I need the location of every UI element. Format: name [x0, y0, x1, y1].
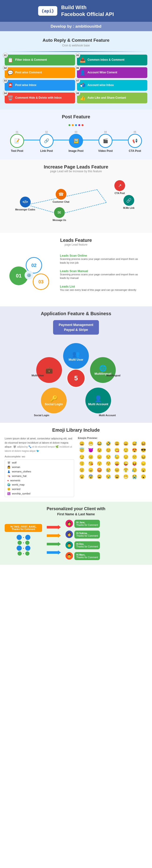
leads-circles-visual: 01 02 03 ⚙️: [7, 252, 54, 299]
increase-leads-diagram: </> Messenger Codes ☎ Customer Chat ↗ CT…: [8, 177, 144, 228]
dna-circle-4b: [25, 551, 30, 556]
dna-dot-1: [23, 537, 24, 538]
arrow-2: [47, 534, 61, 538]
autocomplete-dot-5: ●: [7, 479, 9, 482]
svg-line-4: [97, 190, 106, 203]
person-icon-1: 👩: [66, 520, 73, 527]
leads-detail-1: Leads Scan Online Scanning process scans…: [58, 252, 145, 266]
step-icon-4: 🎬: [99, 134, 112, 148]
payment-box: Payment Management Paypal & Stripe: [53, 320, 99, 335]
feature-item-5: 05 📥 Common inbox & Comment: [77, 55, 147, 65]
autocomplete-emoji-8: 🛐: [7, 492, 10, 495]
dna-visual: [16, 535, 30, 556]
post-feature-title: Post Feature: [2, 114, 150, 120]
leads-detail-title-3: Leads List: [60, 285, 143, 288]
api-logo: {api}: [38, 6, 57, 16]
person-icon-3: 👨: [66, 541, 73, 549]
feature-num-8: 08: [75, 91, 80, 96]
personalize-subtitle: First Name & Last Name: [5, 512, 147, 516]
dna-circle-1a: [16, 535, 22, 540]
personalize-section: Personalized your Client with First Name…: [0, 502, 152, 565]
feature-icon-1: 📋: [7, 57, 13, 63]
autocomplete-text-7: worried: [12, 488, 20, 491]
step-label-02: 02: [45, 131, 48, 133]
autocomplete-item-7[interactable]: 😟 worried: [6, 487, 73, 491]
step-name-5: CTA Post: [129, 149, 141, 153]
template-text: Hi TAKE_FIRST_NAME, Thanks for Comment: [5, 524, 42, 532]
feature-num-7: 07: [75, 78, 80, 83]
feature-label-4: Comment Hide & Delete with Inbox: [15, 96, 62, 100]
petal-label-social-login: Social Login: [45, 402, 63, 406]
chat-bubbles: 👩 Hi Jane, Thanks for Comment 👩 Hi Sokin…: [66, 520, 147, 560]
dna-circle-3a: [16, 546, 22, 551]
chat-name-4: Hi Marc,: [76, 554, 98, 556]
autocomplete-item-1[interactable]: 🐺 wolf: [6, 461, 73, 465]
step-label-04: 04: [104, 131, 107, 133]
leads-detail-2: Leads Scan Manual Scanning process scans…: [58, 268, 145, 281]
node-messenger: </> Messenger Codes: [15, 196, 35, 211]
person-icon-2: 👩: [66, 531, 73, 538]
emoji-right: Emojis Preview: 😀😁😂🤣 😃😄😅😆 😇😈😉😊 😋😌😍😎 😏😐😑😒…: [78, 437, 147, 497]
leads-content: 01 02 03 ⚙️ Leads Scan Online Scanning p…: [5, 250, 147, 302]
node-icon-mme: 🔗: [123, 195, 134, 206]
autocomplete-item-6[interactable]: 🌍 world_map: [6, 483, 73, 487]
autocomplete-item-3[interactable]: 👗 womans_clothes: [6, 469, 73, 474]
petal-multi-user: 👥 Multi User: [63, 343, 89, 369]
template-visual: Hi TAKE_FIRST_NAME, Thanks for Comment: [5, 524, 42, 556]
subheader: Develop by : ambitiousitbd: [0, 22, 152, 31]
petal-icon-5: 💼: [45, 367, 53, 374]
feature-icon-3: 📮: [7, 82, 13, 88]
label-multilingual: Multilingual: [106, 374, 120, 377]
app-feature-title: Application Feature & Business: [5, 311, 147, 316]
timeline-item-2: 02 🔗 Link Post: [32, 131, 61, 153]
feature-label-3: Post wise Inbox: [15, 84, 36, 87]
chat-person-4: 👨 Hi Marc, Thanks for Comment: [66, 552, 147, 560]
leads-details: Leads Scan Online Scanning process scans…: [58, 252, 145, 299]
leads-detail-title-1: Leads Scan Online: [60, 254, 143, 257]
autocomplete-text-4: womans_hat: [12, 474, 27, 477]
autocomplete-item-5[interactable]: ● womenis: [6, 478, 73, 483]
feature-num-3: 03: [3, 78, 8, 83]
autocomplete-item-8[interactable]: 🛐 worship_symbol: [6, 491, 73, 496]
leads-detail-text-2: Scanning process scans your page convers…: [60, 273, 143, 280]
autocomplete-emoji-1: 🐺: [7, 461, 10, 464]
feature-item-1: 01 📋 Filter inbox & Comment: [5, 55, 75, 65]
emoji-grid: 😀😁😂🤣 😃😄😅😆 😇😈😉😊 😋😌😍😎 😏😐😑😒 😓😔😕😖 😗😘😙😚 😛😜😝😞 …: [78, 441, 147, 480]
personalize-content: Hi TAKE_FIRST_NAME, Thanks for Comment: [5, 520, 147, 560]
autocomplete-item-2[interactable]: 👩 woman: [6, 465, 73, 469]
header: {api} Build With Facebook Official API: [0, 0, 152, 22]
feature-item-2: 02 💬 Post wise Comment: [5, 67, 75, 78]
node-label-message: Message Us: [52, 219, 66, 221]
timeline-item-3: 03 🖼️ Image Post: [61, 131, 91, 153]
leads-detail-text-3: You can see every lead of this page and …: [60, 288, 143, 292]
autocomplete-text-2: woman: [12, 466, 20, 468]
feature-label-6: Account Wise Coment: [87, 71, 117, 74]
payment-management: Payment Management Paypal & Stripe: [5, 320, 147, 335]
feature-grid: 01 📋 Filter inbox & Comment 05 📥 Common …: [0, 53, 152, 107]
autocomplete-item-4[interactable]: 👒 womans_hat: [6, 474, 73, 478]
node-label-messenger: Messenger Codes: [15, 208, 35, 211]
petal-icon-multi-user: 👥: [72, 350, 80, 358]
dna-row-2: [17, 540, 30, 545]
dna-circle-2a: [17, 540, 22, 545]
chat-box-3: Hi Dev, Thanks for Comment: [74, 541, 100, 549]
petal-icon-social-login: 🔑: [50, 395, 58, 402]
step-name-4: Video Post: [98, 149, 113, 153]
node-message: ✉ Message Us: [52, 207, 66, 221]
chat-box-2: Hi Sokina, Thanks for Comment: [74, 531, 100, 538]
leads-title: Leads Feature: [5, 238, 147, 243]
autocomplete-emoji-7: 😟: [7, 488, 10, 491]
chat-box-4: Hi Marc, Thanks for Comment: [74, 552, 100, 560]
dna-circle-4a: [17, 551, 22, 556]
autocomplete-text-3: womans_clothes: [12, 470, 31, 473]
petal-social-login: 🔑 Social Login: [41, 388, 67, 413]
autocomplete-text-8: worship_symbol: [12, 492, 30, 495]
feature-label-8: Auto Like and Share Contant: [87, 96, 126, 100]
feature-label-5: Common inbox & Comment: [87, 58, 124, 62]
increase-leads-title: Increase Page Leads Feature: [5, 164, 147, 170]
feature-icon-5: 📥: [80, 57, 86, 63]
svg-line-3: [60, 203, 106, 214]
petal-center: 5: [67, 369, 85, 388]
auto-reply-section: Auto Reply & Comment Feature Cron & webh…: [0, 31, 152, 110]
auto-reply-subtitle: Cron & webhook base: [0, 44, 152, 51]
